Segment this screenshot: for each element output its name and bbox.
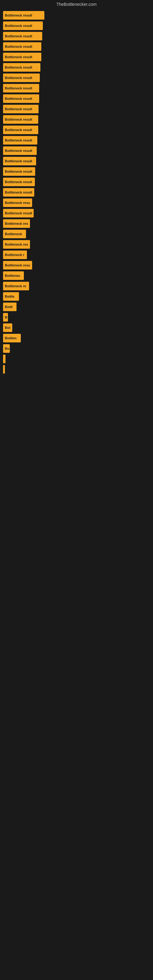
bar-label: Bottleneck [5,232,22,236]
bar-row: Bottle [3,292,150,301]
bars-container: Bottleneck resultBottleneck resultBottle… [0,9,153,420]
bar-row: Bottleneck result [3,209,150,218]
bar-row: Bottleneck result [3,178,150,186]
bottleneck-bar [3,365,5,374]
bar-row: Bottleneck resu [3,261,150,269]
bottleneck-bar: Bottleneck res [3,240,30,249]
bottleneck-bar: Bottleneck result [3,94,39,103]
bar-row: Bottleneck result [3,63,150,72]
bar-row: Bo [3,344,150,353]
bottleneck-bar: Bottlenec [3,271,24,280]
bottleneck-bar: Bottleneck result [3,126,38,134]
bar-row [3,386,150,395]
bar-row: Bottleneck result [3,146,150,155]
bar-label: Bo [5,347,10,350]
bar-label: Bottleneck result [5,24,32,27]
bar-label: Bottleneck result [5,138,32,142]
bottleneck-bar: Bottleneck result [3,32,42,40]
bottleneck-bar: Bottleneck res [3,219,30,228]
bottleneck-bar: Bot [3,323,12,332]
bottleneck-bar: Bottleneck result [3,73,40,82]
bar-label: Bottle [5,294,14,298]
bar-label: Bottlenec [5,274,20,277]
bar-row [3,396,150,405]
site-title: TheBottlenecker.com [0,0,153,9]
bottleneck-bar: Bo [3,344,10,353]
bar-label: Bottleneck result [5,13,32,17]
bottleneck-bar: Bottleneck result [3,52,41,61]
bar-row [3,375,150,384]
bottleneck-bar: Bottleneck result [3,188,34,197]
bottleneck-bar: Bottleneck result [3,105,38,113]
bottleneck-bar: Bottleneck [3,230,26,238]
bottleneck-bar: Bottle [3,292,19,301]
bar-row: Bottlen [3,334,150,342]
bottleneck-bar: Bottleneck result [3,42,41,51]
bottleneck-bar [3,355,5,363]
bottleneck-bar: Bottleneck resu [3,261,32,269]
bar-label: Bottleneck res [5,243,28,246]
bar-row: Bottleneck [3,230,150,238]
bar-label: Bottleneck result [5,34,32,38]
bar-label: Bottleneck result [5,86,32,90]
bar-row: Bottleneck result [3,94,150,103]
bar-row: Bottleneck res [3,219,150,228]
bottleneck-bar: Bottleneck result [3,21,43,30]
bar-row: Bottleneck result [3,52,150,61]
bottleneck-bar: Bottl [3,302,16,311]
bar-label: Bottleneck result [5,118,32,121]
bar-row [3,407,150,415]
bottleneck-bar: Bottleneck resu [3,199,32,207]
bar-label: Bottlen [5,336,16,340]
bar-label: Bottleneck result [5,65,32,69]
bar-row: Bottleneck result [3,136,150,145]
bar-row: B [3,313,150,321]
bar-row: Bottleneck result [3,42,150,51]
bottleneck-bar: Bottleneck re [3,282,29,290]
bar-label: Bottleneck result [5,211,32,215]
bottleneck-bar: Bottleneck result [3,178,35,186]
bar-row: Bottleneck re [3,282,150,290]
bar-label: Bottleneck result [5,76,32,80]
bar-row: Bottleneck resu [3,199,150,207]
bar-label: Bottleneck result [5,128,32,132]
bottleneck-bar: Bottlen [3,334,21,342]
bar-label: Bottleneck re [5,284,26,288]
bar-label: Bottleneck result [5,107,32,111]
bottleneck-bar: Bottleneck result [3,146,37,155]
bar-label: Bottleneck result [5,180,32,184]
bottleneck-bar: Bottleneck result [3,84,39,92]
bar-label: Bottleneck result [5,55,32,59]
bar-row [3,355,150,363]
bar-label: Bottleneck result [5,149,32,153]
bar-row: Bot [3,323,150,332]
bar-label: Bottleneck result [5,191,32,194]
bar-label: Bottleneck result [5,97,32,100]
bar-row: Bottleneck r [3,250,150,259]
bar-row: Bottleneck result [3,126,150,134]
bar-row: Bottleneck result [3,167,150,176]
bar-row: Bottleneck result [3,188,150,197]
bottleneck-bar: Bottleneck result [3,157,36,165]
bottleneck-bar: Bottleneck result [3,115,38,124]
bar-row: Bottleneck result [3,73,150,82]
bar-label: Bottl [5,305,13,309]
bottleneck-bar: Bottleneck result [3,167,35,176]
bar-row: Bottleneck result [3,32,150,40]
bottleneck-bar: Bottleneck result [3,63,40,72]
bar-label: Bottleneck r [5,253,24,257]
bar-row: Bottleneck result [3,157,150,165]
bar-row [3,365,150,374]
bar-label: Bottleneck result [5,45,32,48]
bar-label: Bottleneck resu [5,201,30,205]
bar-row: Bottleneck result [3,21,150,30]
bar-label: Bottleneck resu [5,263,30,267]
bar-label: B [5,315,7,319]
bottleneck-bar: Bottleneck r [3,250,27,259]
bottleneck-bar: B [3,313,8,321]
bar-row: Bottleneck result [3,105,150,113]
bottleneck-bar: Bottleneck result [3,136,37,145]
bar-row: Bottl [3,302,150,311]
bar-label: Bottleneck result [5,170,32,173]
bar-row: Bottlenec [3,271,150,280]
